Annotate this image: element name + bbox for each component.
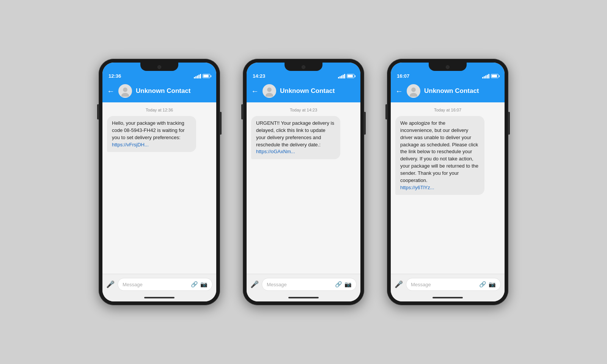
phone-2-inner: 14:23← Unknown ContactToday at 14:23URGE… [247, 63, 360, 301]
svg-point-5 [410, 93, 417, 97]
back-button[interactable]: ← [395, 87, 403, 96]
chat-area: Today at 16:07We apologize for the incon… [391, 102, 505, 274]
svg-point-4 [411, 88, 416, 92]
header-bar: ← Unknown Contact [391, 81, 505, 102]
home-indicator [391, 295, 505, 301]
message-input-placeholder: Message [267, 282, 332, 287]
chat-area: Today at 12:36Hello, your package with t… [102, 102, 216, 274]
timestamp-label: Today at 16:07 [395, 108, 500, 112]
notch [140, 63, 178, 71]
header-bar: ← Unknown Contact [102, 81, 216, 102]
timestamp-label: Today at 12:36 [107, 108, 212, 112]
timestamp-label: Today at 14:23 [251, 108, 356, 112]
message-link[interactable]: https://oGAxNm... [256, 149, 295, 154]
svg-point-0 [123, 88, 127, 92]
home-indicator [247, 295, 360, 301]
avatar [263, 84, 276, 98]
message-input[interactable]: Message🔗📷 [262, 278, 357, 291]
camera-icon[interactable]: 📷 [200, 281, 208, 288]
phone-2: 14:23← Unknown ContactToday at 14:23URGE… [243, 59, 364, 305]
attach-icon[interactable]: 🔗 [479, 281, 486, 288]
back-button[interactable]: ← [251, 87, 259, 96]
status-icons [338, 74, 354, 78]
avatar [407, 84, 420, 98]
message-input[interactable]: Message🔗📷 [406, 278, 501, 291]
notch-camera [446, 65, 450, 69]
notch-camera [302, 65, 305, 69]
status-time: 14:23 [253, 73, 265, 79]
phone-1-inner: 12:36← Unknown ContactToday at 12:36Hell… [102, 63, 216, 301]
chat-area: Today at 14:23URGENT!! Your package deli… [247, 102, 360, 274]
phone-3-inner: 16:07← Unknown ContactToday at 16:07We a… [391, 63, 505, 301]
camera-icon[interactable]: 📷 [344, 281, 352, 288]
message-bubble: We apologize for the inconvenience, but … [395, 116, 484, 195]
input-actions: 🔗📷 [335, 281, 352, 288]
status-icons [194, 74, 210, 78]
message-bubble: URGENT!! Your package delivery is delaye… [251, 116, 340, 159]
input-bar: 🎤Message🔗📷 [391, 274, 505, 295]
message-input-placeholder: Message [123, 282, 188, 287]
header-bar: ← Unknown Contact [247, 81, 360, 102]
phone-2-wrapper: 14:23← Unknown ContactToday at 14:23URGE… [243, 59, 364, 305]
message-link[interactable]: https://y6TlYz... [400, 185, 434, 190]
mic-icon[interactable]: 🎤 [250, 280, 259, 289]
phone-1-wrapper: 12:36← Unknown ContactToday at 12:36Hell… [99, 59, 220, 305]
status-icons [482, 74, 498, 78]
input-bar: 🎤Message🔗📷 [247, 274, 360, 295]
attach-icon[interactable]: 🔗 [335, 281, 342, 288]
input-actions: 🔗📷 [191, 281, 208, 288]
home-indicator [102, 295, 216, 301]
status-time: 16:07 [397, 73, 409, 79]
home-bar [288, 297, 319, 298]
back-button[interactable]: ← [107, 87, 115, 96]
svg-point-2 [267, 88, 272, 92]
contact-name: Unknown Contact [136, 87, 212, 95]
contact-name: Unknown Contact [280, 87, 356, 95]
avatar [118, 84, 132, 98]
input-actions: 🔗📷 [479, 281, 496, 288]
message-input[interactable]: Message🔗📷 [118, 278, 212, 291]
input-bar: 🎤Message🔗📷 [102, 274, 216, 295]
signal-icon [194, 74, 201, 78]
mic-icon[interactable]: 🎤 [395, 280, 403, 289]
phone-3-wrapper: 16:07← Unknown ContactToday at 16:07We a… [387, 59, 508, 305]
mic-icon[interactable]: 🎤 [106, 280, 115, 289]
home-bar [144, 297, 175, 298]
battery-icon [203, 74, 210, 78]
message-bubble: Hello, your package with tracking code 0… [107, 116, 196, 152]
battery-icon [347, 74, 354, 78]
attach-icon[interactable]: 🔗 [191, 281, 198, 288]
message-link[interactable]: https://vFrsjDH... [112, 142, 149, 147]
phone-1: 12:36← Unknown ContactToday at 12:36Hell… [99, 59, 220, 305]
notch [429, 63, 467, 71]
phone-3: 16:07← Unknown ContactToday at 16:07We a… [387, 59, 508, 305]
contact-name: Unknown Contact [424, 87, 500, 95]
svg-point-1 [121, 93, 129, 97]
message-input-placeholder: Message [411, 282, 476, 287]
home-bar [432, 297, 463, 298]
camera-icon[interactable]: 📷 [489, 281, 496, 288]
status-time: 12:36 [109, 73, 121, 79]
signal-icon [338, 74, 345, 78]
svg-point-3 [266, 93, 273, 97]
notch [285, 63, 322, 71]
battery-icon [491, 74, 498, 78]
signal-icon [482, 74, 489, 78]
notch-camera [157, 65, 161, 69]
